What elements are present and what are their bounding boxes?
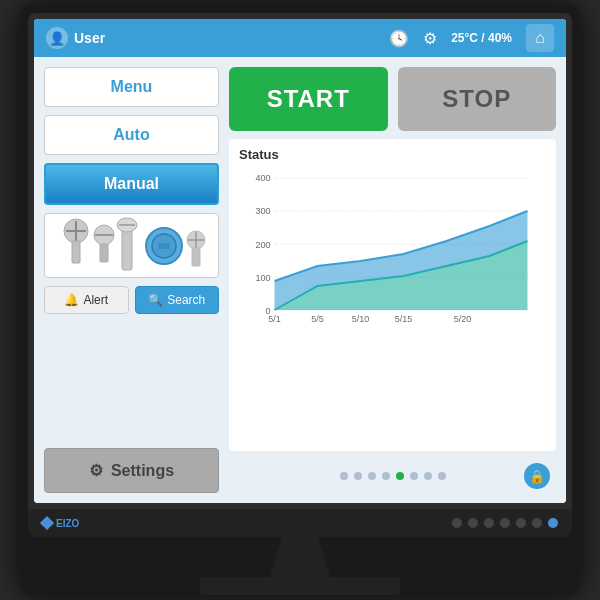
svg-rect-3	[72, 241, 80, 263]
user-avatar-icon: 👤	[46, 27, 68, 49]
stand-base	[200, 577, 400, 595]
dot-6[interactable]	[410, 472, 418, 480]
control-btn-3[interactable]	[484, 518, 494, 528]
monitor-bezel: 👤 User 🕓 ⚙ 25°C / 40% ⌂ Menu Auto Manual	[28, 13, 572, 509]
svg-text:5/10: 5/10	[352, 314, 370, 324]
svg-text:5/5: 5/5	[311, 314, 324, 324]
dot-8[interactable]	[438, 472, 446, 480]
chart-container: 400 300 200 100 0	[239, 166, 546, 326]
action-buttons-row: 🔔 Alert 🔍 Search	[44, 286, 219, 314]
dot-1[interactable]	[340, 472, 348, 480]
product-image	[44, 213, 219, 278]
monitor-bottom-bar: EIZO	[28, 509, 572, 537]
user-label: User	[74, 30, 105, 46]
control-btn-power[interactable]	[548, 518, 558, 528]
pagination-dots	[261, 472, 524, 480]
dot-3[interactable]	[368, 472, 376, 480]
svg-rect-16	[192, 248, 200, 266]
header-icons: 🕓 ⚙ 25°C / 40% ⌂	[389, 24, 554, 52]
header-bar: 👤 User 🕓 ⚙ 25°C / 40% ⌂	[34, 19, 566, 57]
monitor: 👤 User 🕓 ⚙ 25°C / 40% ⌂ Menu Auto Manual	[20, 5, 580, 595]
search-label: Search	[167, 293, 205, 307]
alert-bell-icon: 🔔	[64, 293, 79, 307]
chart-title: Status	[239, 147, 546, 162]
svg-text:400: 400	[255, 173, 270, 183]
left-panel: Menu Auto Manual	[44, 67, 219, 493]
chart-area: Status 400 300 200 100 0	[229, 139, 556, 451]
user-section: 👤 User	[46, 27, 381, 49]
eizo-diamond-icon	[40, 516, 54, 530]
dot-2[interactable]	[354, 472, 362, 480]
pagination-row: 🔒	[229, 459, 556, 493]
search-icon: 🔍	[148, 293, 163, 307]
control-btn-5[interactable]	[516, 518, 526, 528]
settings-gear-icon: ⚙	[89, 461, 103, 480]
eizo-brand-text: EIZO	[56, 518, 79, 529]
dot-5-active[interactable]	[396, 472, 404, 480]
svg-text:5/20: 5/20	[454, 314, 472, 324]
clock-icon[interactable]: 🕓	[389, 29, 409, 48]
dot-7[interactable]	[424, 472, 432, 480]
screws-svg	[54, 215, 209, 277]
alert-button[interactable]: 🔔 Alert	[44, 286, 129, 314]
settings-sliders-icon[interactable]: ⚙	[423, 29, 437, 48]
stop-button[interactable]: STOP	[398, 67, 557, 131]
home-button[interactable]: ⌂	[526, 24, 554, 52]
dot-4[interactable]	[382, 472, 390, 480]
settings-button[interactable]: ⚙ Settings	[44, 448, 219, 493]
temperature-display: 25°C / 40%	[451, 31, 512, 45]
svg-rect-6	[100, 244, 108, 262]
svg-text:5/1: 5/1	[268, 314, 281, 324]
svg-text:300: 300	[255, 206, 270, 216]
lock-icon[interactable]: 🔒	[524, 463, 550, 489]
svg-rect-12	[158, 243, 170, 249]
svg-text:200: 200	[255, 240, 270, 250]
control-btn-2[interactable]	[468, 518, 478, 528]
main-content: Menu Auto Manual	[34, 57, 566, 503]
start-button[interactable]: START	[229, 67, 388, 131]
alert-label: Alert	[83, 293, 108, 307]
eizo-logo: EIZO	[42, 518, 79, 529]
svg-text:100: 100	[255, 273, 270, 283]
control-btn-1[interactable]	[452, 518, 462, 528]
control-btn-6[interactable]	[532, 518, 542, 528]
right-panel: START STOP Status 400 300 200 100	[229, 67, 556, 493]
start-stop-row: START STOP	[229, 67, 556, 131]
status-chart: 400 300 200 100 0	[239, 166, 546, 326]
menu-button[interactable]: Menu	[44, 67, 219, 107]
settings-label: Settings	[111, 462, 174, 480]
manual-button[interactable]: Manual	[44, 163, 219, 205]
svg-text:5/15: 5/15	[395, 314, 413, 324]
screen: 👤 User 🕓 ⚙ 25°C / 40% ⌂ Menu Auto Manual	[34, 19, 566, 503]
auto-button[interactable]: Auto	[44, 115, 219, 155]
control-btn-4[interactable]	[500, 518, 510, 528]
search-button[interactable]: 🔍 Search	[135, 286, 220, 314]
stand-neck	[270, 537, 330, 577]
control-buttons	[452, 518, 558, 528]
